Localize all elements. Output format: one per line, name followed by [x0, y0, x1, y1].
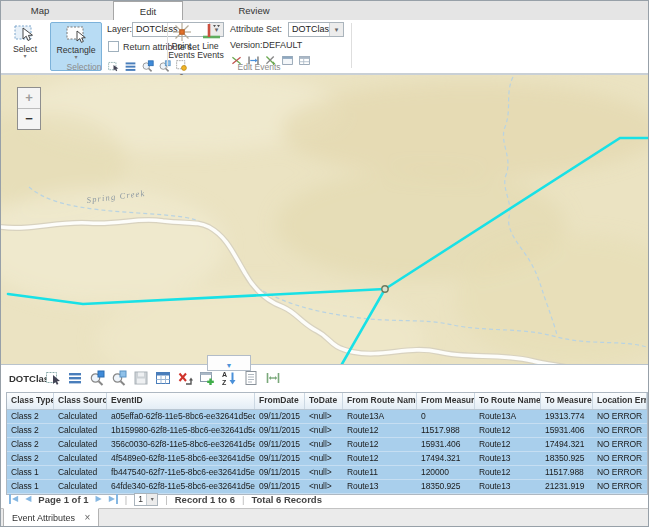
attributes-form-icon[interactable]: [243, 370, 259, 386]
next-page-button[interactable]: ▶: [95, 494, 101, 504]
sort-icon[interactable]: A Z: [221, 370, 237, 386]
table-cell: Route12: [475, 424, 541, 437]
table-cell: Route11: [343, 466, 417, 479]
ribbon-tab-bar: Map Edit Review: [1, 1, 648, 21]
table-cell: Calculated: [54, 452, 107, 465]
column-header-todate[interactable]: ToDate: [305, 393, 343, 409]
svg-text:Z: Z: [222, 379, 227, 386]
version-label: Version:DEFAULT: [230, 40, 302, 50]
page-number-value: 1: [138, 494, 143, 504]
chevron-down-icon[interactable]: ▾: [329, 23, 343, 36]
select-tool-icon: [13, 22, 37, 44]
table-cell: 21231.919: [541, 480, 593, 493]
attribute-set-dropdown[interactable]: DOTClass ▾: [288, 22, 344, 37]
table-cell: 1b159980-62f8-11e5-8bc6-ee32641d5ec9: [107, 424, 255, 437]
chevron-down-icon[interactable]: ▾: [4, 54, 46, 58]
table-cell: <null>: [305, 466, 343, 479]
table-row[interactable]: Class 2Calculated356c0030-62f8-11e5-8bc6…: [7, 438, 647, 452]
route-junction-marker[interactable]: [382, 286, 388, 292]
layer-label: Layer:: [107, 24, 132, 34]
table-cell: Route12: [475, 438, 541, 451]
table-cell: Calculated: [54, 410, 107, 423]
column-header-class-source[interactable]: Class Source: [54, 393, 107, 409]
table-cell: 120000: [417, 466, 475, 479]
zoom-out-button[interactable]: −: [18, 109, 40, 129]
collapse-arrow-icon: ▼: [226, 362, 233, 369]
clear-selection-icon[interactable]: [177, 370, 193, 386]
column-header-to-route-name[interactable]: To Route Name: [475, 393, 541, 409]
table-cell: NO ERROR: [593, 480, 647, 493]
attribute-set-dropdown-value: DOTClass: [292, 24, 329, 34]
tab-edit[interactable]: Edit: [113, 1, 183, 21]
separator: |: [165, 494, 167, 505]
table-cell: fb447540-62f7-11e5-8bc6-ee32641d5ec9: [107, 466, 255, 479]
column-header-fromdate[interactable]: FromDate: [255, 393, 305, 409]
tab-review[interactable]: Review: [215, 3, 293, 19]
return-attribute-set-checkbox[interactable]: [108, 41, 119, 52]
close-icon[interactable]: ×: [85, 512, 91, 523]
group-separator: [351, 23, 352, 68]
table-cell: Route12: [343, 452, 417, 465]
first-page-button[interactable]: ◀: [9, 494, 18, 504]
table-cell: a05effa0-62f8-11e5-8bc6-ee32641d5ec9: [107, 410, 255, 423]
event-attributes-panel: DOTClass: [1, 364, 649, 508]
column-header-from-route-name[interactable]: From Route Name: [343, 393, 417, 409]
table-cell: NO ERROR: [593, 410, 647, 423]
save-icon[interactable]: [133, 370, 149, 386]
separator: |: [242, 494, 244, 505]
rectangle-tool-icon: [64, 23, 88, 45]
column-header-from-measure[interactable]: From Measure: [417, 393, 475, 409]
table-cell: Calculated: [54, 424, 107, 437]
zoom-in-button[interactable]: +: [18, 88, 40, 109]
table-cell: Route12: [343, 424, 417, 437]
tab-map[interactable]: Map: [7, 3, 73, 19]
column-header-class-type[interactable]: Class Type: [7, 393, 54, 409]
line-events-icon: [200, 22, 222, 42]
selection-menu-icon[interactable]: [67, 370, 83, 386]
table-cell: 18350.925: [541, 452, 593, 465]
column-header-to-measure[interactable]: To Measure: [541, 393, 593, 409]
switch-to-table-icon[interactable]: [155, 370, 171, 386]
table-cell: NO ERROR: [593, 452, 647, 465]
fit-columns-icon[interactable]: [265, 370, 281, 386]
tab-event-attributes[interactable]: Event Attributes ×: [3, 508, 99, 527]
panel-collapse-tab[interactable]: ▼: [207, 355, 251, 371]
page-number-dropdown[interactable]: 1 ▾: [134, 493, 158, 506]
column-header-eventid[interactable]: EventID: [107, 393, 255, 409]
ribbon: Select ▾ Rectangle ▾ Layer: DOTClass ▾ R…: [1, 20, 648, 75]
table-cell: Calculated: [54, 438, 107, 451]
panel-toolbar: DOTClass: [1, 369, 649, 390]
pan-to-selection-icon[interactable]: [111, 370, 127, 386]
chevron-down-icon: ▾: [146, 494, 157, 505]
table-cell: 17494.321: [417, 452, 475, 465]
table-cell: NO ERROR: [593, 466, 647, 479]
page-indicator: Page 1 of 1: [38, 494, 88, 505]
chevron-down-icon[interactable]: ▾: [51, 55, 101, 59]
table-cell: Class 1: [7, 466, 54, 479]
table-cell: <null>: [305, 424, 343, 437]
table-row[interactable]: Class 2Calculated4f5489e0-62f8-11e5-8bc6…: [7, 452, 647, 466]
table-cell: 09/11/2015: [255, 424, 305, 437]
table-cell: NO ERROR: [593, 438, 647, 451]
last-page-button[interactable]: ▶: [109, 494, 118, 504]
map-zoom-control: + −: [17, 87, 41, 130]
line-events-label: Line Events: [197, 42, 224, 60]
table-cell: Class 2: [7, 452, 54, 465]
table-cell: 18350.925: [417, 480, 475, 493]
table-header-row: Class TypeClass SourceEventIDFromDateToD…: [7, 393, 647, 410]
total-records-text: Total 6 Records: [251, 494, 322, 505]
svg-text:A: A: [222, 371, 227, 378]
column-header-location-error[interactable]: Location Error: [593, 393, 647, 409]
table-row[interactable]: Class 2Calculateda05effa0-62f8-11e5-8bc6…: [7, 410, 647, 424]
table-row[interactable]: Class 2Calculated1b159980-62f8-11e5-8bc6…: [7, 424, 647, 438]
table-cell: Route13: [475, 480, 541, 493]
select-events-icon[interactable]: [45, 370, 61, 386]
previous-page-button[interactable]: ◀: [25, 494, 31, 504]
table-cell: <null>: [305, 438, 343, 451]
zoom-to-selection-icon[interactable]: [89, 370, 105, 386]
add-record-icon[interactable]: [199, 370, 215, 386]
bottom-tab-bar: Event Attributes ×: [1, 508, 648, 527]
table-cell: 19313.774: [541, 410, 593, 423]
map-view[interactable]: Spring Creek + −: [1, 75, 649, 364]
table-row[interactable]: Class 1Calculatedfb447540-62f7-11e5-8bc6…: [7, 466, 647, 480]
